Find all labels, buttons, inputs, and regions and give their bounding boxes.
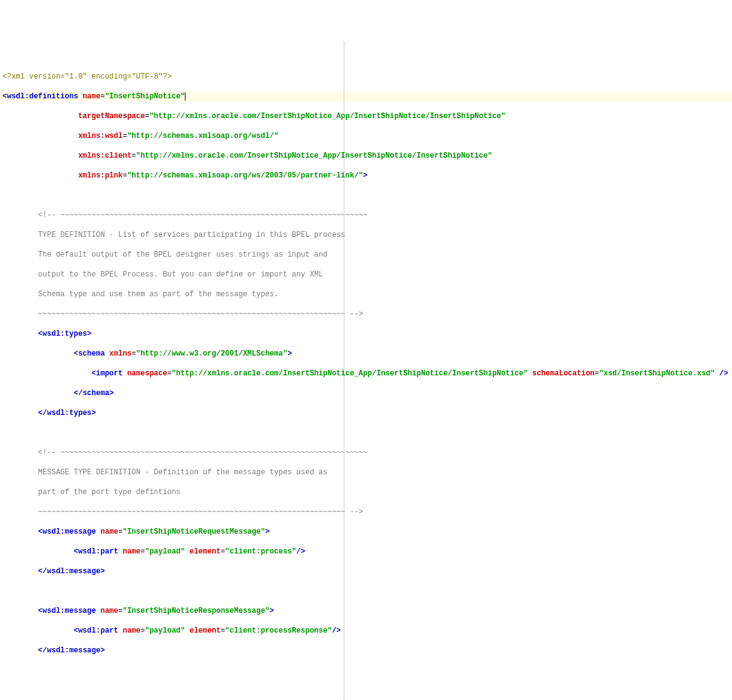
code-line: targetNamespace="http://xmlns.oracle.com…: [2, 111, 732, 121]
code-line: TYPE DEFINITION - List of services parti…: [2, 230, 732, 240]
code-line: <schema xmlns="http://www.w3.org/2001/XM…: [2, 349, 732, 359]
code-line: output to the BPEL Process. But you can …: [2, 270, 732, 280]
code-line: ~~~~~~~~~~~~~~~~~~~~~~~~~~~~~~~~~~~~~~~~…: [2, 507, 732, 517]
code-line: [2, 428, 732, 438]
code-line: <wsdl:part name="payload" element="clien…: [2, 626, 732, 636]
code-line: ~~~~~~~~~~~~~~~~~~~~~~~~~~~~~~~~~~~~~~~~…: [2, 309, 732, 319]
text-cursor: [185, 92, 185, 101]
code-line: <!-- ~~~~~~~~~~~~~~~~~~~~~~~~~~~~~~~~~~~…: [2, 210, 732, 220]
code-line: </wsdl:types>: [2, 408, 732, 418]
code-line: <wsdl:part name="payload" element="clien…: [2, 547, 732, 557]
code-line: <wsdl:types>: [2, 329, 732, 339]
code-line: [2, 665, 732, 675]
code-line: <?xml version="1.0" encoding="UTF-8"?>: [2, 72, 732, 82]
code-line: part of the port type defintions: [2, 487, 732, 497]
code-line: <import namespace="http://xmlns.oracle.c…: [2, 369, 732, 378]
code-line: xmlns:plnk="http://schemas.xmlsoap.org/w…: [2, 171, 732, 181]
code-line: </wsdl:message>: [2, 646, 732, 655]
code-line: [2, 685, 732, 695]
code-line: The default output of the BPEL designer …: [2, 250, 732, 260]
code-line: [2, 190, 732, 200]
code-line: <wsdl:message name="InsertShipNoticeResp…: [2, 606, 732, 616]
code-line: Schema type and use them as part of the …: [2, 289, 732, 299]
code-line: <wsdl:definitions name="InsertShipNotice…: [2, 92, 732, 101]
code-line: [2, 586, 732, 596]
code-line: <!-- ~~~~~~~~~~~~~~~~~~~~~~~~~~~~~~~~~~~…: [2, 448, 732, 458]
code-line: xmlns:wsdl="http://schemas.xmlsoap.org/w…: [2, 131, 732, 141]
code-line: </schema>: [2, 388, 732, 398]
code-line: </wsdl:message>: [2, 566, 732, 576]
code-line: <wsdl:message name="InsertShipNoticeRequ…: [2, 527, 732, 537]
xml-editor[interactable]: <?xml version="1.0" encoding="UTF-8"?> <…: [2, 42, 732, 700]
code-line: xmlns:client="http://xmlns.oracle.com/In…: [2, 151, 732, 161]
code-line: MESSAGE TYPE DEFINITION - Definition of …: [2, 467, 732, 477]
